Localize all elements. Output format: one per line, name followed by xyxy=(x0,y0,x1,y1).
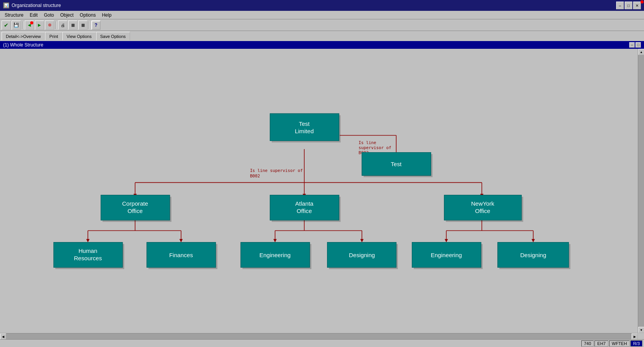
restore-button[interactable]: □ xyxy=(625,2,632,9)
scrollbar-vertical: ▲ ▼ xyxy=(638,49,644,333)
scrollbar-corner xyxy=(638,333,644,339)
sep1 xyxy=(22,21,23,29)
sep2 xyxy=(56,21,57,29)
svg-text:Engineering: Engineering xyxy=(259,252,291,258)
back-button[interactable]: ◀ xyxy=(25,21,34,30)
menu-goto[interactable]: Goto xyxy=(41,12,57,19)
scroll-track-v[interactable] xyxy=(638,55,644,327)
stop-button[interactable]: ⊗ xyxy=(45,21,54,30)
menu-edit[interactable]: Edit xyxy=(27,12,41,19)
svg-text:Atlanta: Atlanta xyxy=(295,200,314,207)
app-window: 📊 Organizational structure – □ ✕ Structu… xyxy=(0,0,644,347)
scroll-up-button[interactable]: ▲ xyxy=(638,49,644,55)
svg-text:Office: Office xyxy=(127,208,142,214)
svg-marker-14 xyxy=(86,239,90,242)
scroll-down-button[interactable]: ▼ xyxy=(638,327,644,333)
menu-bar: Structure Edit Goto Object Options Help xyxy=(0,11,644,19)
svg-text:Is line supervisor of: Is line supervisor of xyxy=(250,168,303,173)
svg-text:Limited: Limited xyxy=(295,128,314,134)
status-code2: WFTEH xyxy=(609,340,630,347)
section-minimize-button[interactable]: – xyxy=(629,42,635,48)
menu-object[interactable]: Object xyxy=(57,12,77,19)
svg-text:Corporate: Corporate xyxy=(122,200,148,207)
svg-text:Office: Office xyxy=(297,208,312,214)
minimize-button[interactable]: – xyxy=(616,2,624,9)
check-button[interactable]: ✔ xyxy=(2,21,11,30)
scroll-left-button[interactable]: ◀ xyxy=(0,333,6,339)
section-label: (1) Whole Structure xyxy=(3,42,43,48)
close-button[interactable]: ✕ xyxy=(633,2,641,9)
scrollbar-horizontal: ◀ ▶ xyxy=(0,333,638,339)
main-area: (1) Whole Structure – □ xyxy=(0,41,644,347)
toolbar: ✔ 💾 ◀ ▶ ⊗ 🖨 ▦ ▦ ? xyxy=(0,19,644,31)
svg-text:NewYork: NewYork xyxy=(471,200,494,207)
title-bar-controls: – □ ✕ xyxy=(616,2,641,9)
svg-text:Designing: Designing xyxy=(349,252,375,258)
sep3 xyxy=(89,21,90,29)
svg-text:Is line: Is line xyxy=(359,140,376,145)
svg-text:supervisor of: supervisor of xyxy=(359,145,391,150)
help-button[interactable]: ? xyxy=(91,21,101,30)
svg-marker-28 xyxy=(531,239,535,242)
svg-text:Office: Office xyxy=(475,208,490,214)
status-code1: EH7 xyxy=(594,340,608,347)
menu-options[interactable]: Options xyxy=(77,12,99,19)
tab-detail-overview[interactable]: Detail<->Overview xyxy=(2,32,45,40)
section-header-controls: – □ xyxy=(629,42,641,48)
svg-marker-26 xyxy=(445,239,448,242)
status-code3: R/3 xyxy=(630,340,642,347)
svg-marker-20 xyxy=(273,239,277,242)
tab-view-options[interactable]: View Options xyxy=(62,32,96,40)
tab-print[interactable]: Print xyxy=(45,32,62,40)
svg-text:Finances: Finances xyxy=(169,252,193,258)
section-header: (1) Whole Structure – □ xyxy=(0,41,644,49)
tab-save-options[interactable]: Save Options xyxy=(96,32,130,40)
status-bar: 740 EH7 WFTEH R/3 xyxy=(0,339,644,347)
columns2-button[interactable]: ▦ xyxy=(78,21,87,30)
canvas-area: Is line supervisor of B002 Is line super… xyxy=(0,49,644,339)
svg-text:B002: B002 xyxy=(250,174,260,179)
svg-text:Test: Test xyxy=(299,120,310,127)
forward-button[interactable]: ▶ xyxy=(35,21,44,30)
menu-structure[interactable]: Structure xyxy=(2,12,27,19)
scroll-right-button[interactable]: ▶ xyxy=(632,333,638,339)
svg-text:Designing: Designing xyxy=(520,252,546,258)
org-chart-svg: Is line supervisor of B002 Is line super… xyxy=(0,49,638,333)
columns1-button[interactable]: ▦ xyxy=(68,21,77,30)
svg-rect-36 xyxy=(270,113,339,141)
window-title: Organizational structure xyxy=(12,3,61,8)
svg-text:Resources: Resources xyxy=(74,255,102,261)
svg-text:Engineering: Engineering xyxy=(431,252,462,258)
svg-text:Test: Test xyxy=(391,161,402,167)
menu-help[interactable]: Help xyxy=(99,12,115,19)
title-bar: 📊 Organizational structure – □ ✕ xyxy=(0,0,644,11)
svg-text:Human: Human xyxy=(79,247,98,254)
tabs-bar: Detail<->Overview Print View Options Sav… xyxy=(0,31,644,41)
section-maximize-button[interactable]: □ xyxy=(635,42,641,48)
save-button[interactable]: 💾 xyxy=(12,21,21,30)
svg-marker-22 xyxy=(360,239,364,242)
print-button[interactable]: 🖨 xyxy=(58,21,67,30)
app-icon: 📊 xyxy=(3,2,9,9)
status-value: 740 xyxy=(581,340,594,347)
scroll-track-h[interactable] xyxy=(6,333,632,339)
svg-marker-16 xyxy=(179,239,183,242)
